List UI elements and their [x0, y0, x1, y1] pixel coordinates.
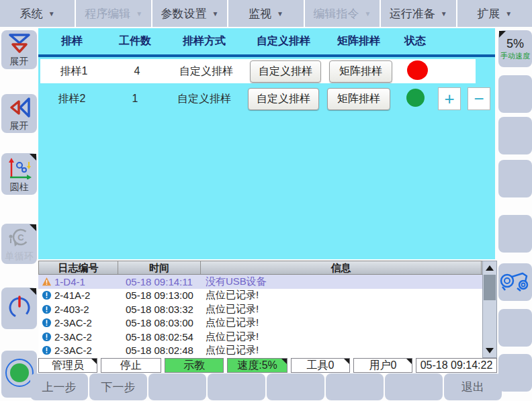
empty-side-button[interactable]	[498, 160, 532, 197]
cylinder-coord-label: 圆柱	[10, 182, 29, 192]
cylinder-coord-button[interactable]: 圆柱	[1, 153, 37, 195]
chevron-down-icon: ▼	[212, 10, 219, 17]
add-row-button[interactable]: +	[438, 87, 461, 110]
empty-button[interactable]	[267, 373, 324, 400]
menu-run-preparation[interactable]: 运行准备 ▼	[381, 0, 455, 27]
single-cycle-label: 单循环	[5, 251, 34, 261]
user-role-button[interactable]: 管理员	[38, 358, 97, 373]
user-frame-button[interactable]: 用户0	[353, 358, 412, 373]
empty-side-button[interactable]	[498, 215, 532, 253]
log-message: 点位已记录!	[200, 316, 497, 329]
log-col-time: 时间	[118, 261, 201, 274]
row-name: 排样1	[40, 64, 107, 79]
log-id: 2-3AC-2	[53, 331, 118, 343]
chevron-down-icon: ▼	[505, 10, 512, 17]
log-time: 05-18 08:03:00	[118, 317, 200, 328]
matrix-layout-button[interactable]: 矩阵排样	[327, 88, 390, 110]
menu-parameter-settings[interactable]: 参数设置 ▼	[152, 0, 227, 27]
col-header-layout: 排样	[38, 34, 105, 48]
log-id: 2-3AC-2	[53, 317, 118, 328]
col-header-layout-mode: 排样方式	[165, 34, 244, 48]
table-row[interactable]: 排样2 1 自定义排样 自定义排样 矩阵排样 + −	[38, 87, 495, 111]
chevron-down-icon: ▼	[48, 10, 55, 17]
col-header-workpiece-count: 工件数	[105, 34, 165, 48]
col-header-custom-layout: 自定义排样	[244, 34, 323, 48]
mode-indicator: 示教	[165, 358, 224, 373]
manual-speed-button[interactable]: 5% 手动速度	[498, 30, 532, 67]
next-step-button[interactable]: 下一步	[89, 373, 147, 400]
corner-marker-icon	[406, 359, 412, 364]
empty-button[interactable]	[208, 373, 265, 400]
empty-side-button[interactable]	[498, 354, 532, 392]
corner-marker-icon	[30, 224, 36, 231]
log-id: 2-3AC-2	[53, 345, 118, 356]
scroll-down-icon[interactable]	[486, 348, 494, 353]
chevron-down-icon: ▼	[136, 10, 142, 17]
log-row[interactable]: 2-403-2 05-18 08:03:32 点位已记录!	[38, 302, 497, 316]
row-mode: 自定义排样	[165, 92, 244, 106]
custom-layout-button[interactable]: 自定义排样	[248, 88, 319, 110]
log-message: 点位已记录!	[200, 344, 497, 357]
log-message: 没有USB设备	[200, 275, 497, 288]
empty-button[interactable]	[385, 373, 443, 400]
custom-layout-button[interactable]: 自定义排样	[250, 60, 321, 83]
robot-jog-button[interactable]	[498, 263, 532, 301]
remove-row-button[interactable]: −	[468, 87, 490, 110]
robot-teach-pendant-screen: 系统 ▼ 程序编辑 ▼ 参数设置 ▼ 监视 ▼ 编辑指令 ▼ 运行准备 ▼ 扩展…	[0, 0, 532, 401]
menu-monitor[interactable]: 监视 ▼	[228, 0, 303, 27]
expand-left-button[interactable]: 展开	[1, 94, 37, 133]
menu-system-label: 系统	[20, 6, 43, 21]
menu-parameter-settings-label: 参数设置	[161, 6, 207, 21]
expand-left-label: 展开	[10, 121, 29, 131]
log-row[interactable]: 2-3AC-2 05-18 08:02:54 点位已记录!	[38, 330, 497, 344]
manual-speed-label: 手动速度	[500, 51, 530, 61]
log-time: 05-18 08:02:54	[118, 331, 200, 343]
power-button[interactable]	[1, 287, 37, 329]
matrix-layout-button[interactable]: 矩阵排样	[329, 60, 392, 83]
scroll-up-icon[interactable]	[486, 265, 494, 271]
menu-expand[interactable]: 扩展 ▼	[457, 0, 532, 27]
log-col-message: 信息	[201, 261, 482, 274]
empty-button[interactable]	[148, 373, 206, 400]
log-scrollbar[interactable]	[482, 261, 497, 358]
tool-selector-button[interactable]: 工具0	[291, 358, 350, 373]
log-row[interactable]: 2-3AC-2 05-18 08:03:00 点位已记录!	[38, 316, 497, 330]
col-header-status: 状态	[394, 34, 436, 48]
expand-down-button[interactable]: 展开	[1, 30, 37, 69]
datetime-display: 05-18 09:14:22	[416, 358, 497, 373]
status-red-dot	[407, 60, 428, 80]
previous-step-button[interactable]: 上一步	[30, 373, 88, 400]
empty-side-button[interactable]	[498, 117, 532, 154]
warning-icon	[42, 277, 52, 287]
speed-indicator-button[interactable]: 速度:5%	[227, 358, 287, 373]
empty-side-button[interactable]	[498, 309, 532, 347]
table-row[interactable]: 排样1 4 自定义排样 自定义排样 矩阵排样	[40, 59, 476, 83]
run-state-label: 停止	[120, 359, 142, 373]
tool-label: 工具0	[307, 359, 335, 373]
log-message: 点位已记录!	[200, 303, 497, 316]
menu-system[interactable]: 系统 ▼	[0, 0, 75, 27]
corner-marker-icon	[30, 154, 36, 161]
menu-expand-label: 扩展	[477, 6, 500, 21]
menu-run-preparation-label: 运行准备	[390, 6, 435, 21]
empty-side-button[interactable]	[498, 75, 532, 113]
menu-bar: 系统 ▼ 程序编辑 ▼ 参数设置 ▼ 监视 ▼ 编辑指令 ▼ 运行准备 ▼ 扩展…	[0, 0, 532, 27]
log-message: 点位已记录!	[200, 330, 497, 343]
row-name: 排样2	[38, 92, 105, 106]
robot-arm-icon	[500, 268, 531, 296]
scrollbar-thumb[interactable]	[484, 275, 496, 300]
log-table-header: 日志编号 时间 信息	[38, 261, 497, 275]
exit-button[interactable]: 退出	[444, 373, 502, 400]
log-row[interactable]: 2-41A-2 05-18 09:13:00 点位已记录!	[38, 289, 497, 303]
log-row[interactable]: 1-D4-1 05-18 09:14:11 没有USB设备	[38, 275, 497, 289]
corner-marker-icon	[499, 31, 506, 38]
corner-marker-icon	[91, 359, 97, 364]
datetime-label: 05-18 09:14:22	[420, 359, 493, 371]
run-state-indicator: 停止	[101, 358, 161, 373]
single-cycle-icon: C	[7, 227, 32, 251]
log-time: 05-18 08:03:32	[118, 304, 200, 315]
info-icon	[42, 345, 52, 355]
info-icon	[42, 318, 52, 328]
empty-button[interactable]	[326, 373, 384, 400]
log-row[interactable]: 2-3AC-2 05-18 08:02:48 点位已记录!	[38, 344, 497, 358]
